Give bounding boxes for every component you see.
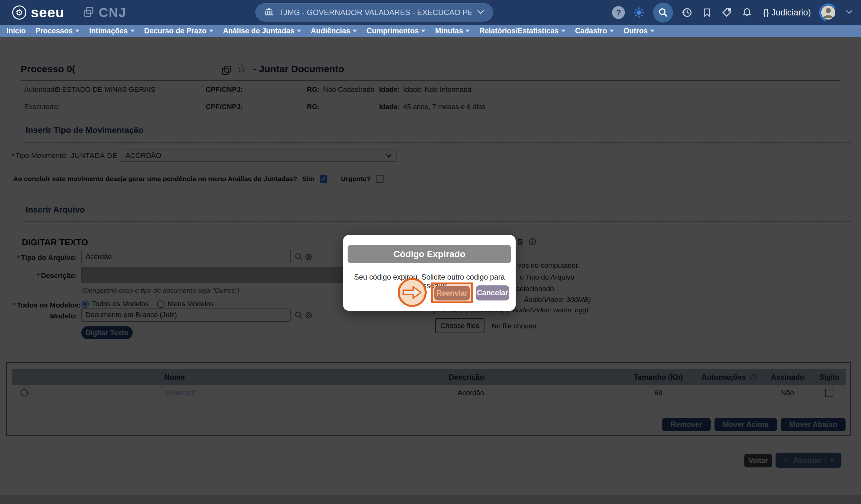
nav-processos[interactable]: Processos <box>35 27 79 35</box>
info-icon[interactable] <box>749 373 757 381</box>
files-table-container: Nome Descrição Tamanho (Kb) Automações A… <box>6 362 851 436</box>
header-divider <box>74 5 74 20</box>
nav-cadastro[interactable]: Cadastro <box>575 27 614 35</box>
pendencia-question-row: Ao concluir este movimento deseja gerar … <box>13 175 384 183</box>
header-bar: ⚙ seeu CNJ TJMG - GOVERNADOR VALADARES -… <box>0 0 861 25</box>
user-role-label: {} Judiciario) <box>763 8 811 18</box>
brand-name: seeu <box>31 4 64 20</box>
pendencia-question: Ao concluir este movimento deseja gerar … <box>13 175 297 183</box>
seeu-logo[interactable]: ⚙ seeu <box>12 4 64 20</box>
sim-checkbox[interactable]: ✓ <box>320 175 327 183</box>
descricao-column-header: Descrição <box>312 369 621 385</box>
tag-icon[interactable] <box>721 7 733 18</box>
nav-decurso-de-prazo[interactable]: Decurso de Prazo <box>144 27 213 35</box>
nav-relatorios-estatisticas[interactable]: Relatórios/Estatísticas <box>479 27 565 35</box>
caret-down-icon <box>75 29 79 32</box>
section-heading-movimentacao: Inserir Tipo de Movimentação <box>26 125 144 135</box>
modelo-label: Modelo: <box>13 312 77 320</box>
copy-process-number-icon[interactable] <box>221 65 232 77</box>
caret-down-icon <box>650 29 654 32</box>
urgente-checkbox[interactable] <box>376 175 384 183</box>
remover-button[interactable]: Remover <box>662 418 710 431</box>
caret-down-icon <box>465 29 470 32</box>
rg-field: RG: <box>307 103 323 111</box>
table-header-row: Nome Descrição Tamanho (Kb) Automações A… <box>12 369 846 385</box>
file-link[interactable]: online.pdf <box>164 389 195 397</box>
todos-modelos-option-label: Todos os Modelos <box>92 300 149 308</box>
todos-modelos-radio[interactable] <box>81 300 89 308</box>
assinar-label: Assinar <box>793 456 821 465</box>
table-row: online.pdf Acórdão 68 Não <box>12 385 846 401</box>
bookmark-icon[interactable] <box>701 7 713 18</box>
dialog-title-bar: Código Expirado <box>347 245 511 263</box>
file-sigilo-cell <box>812 385 846 401</box>
search-lookup-icon[interactable] <box>294 311 303 320</box>
modelo-input[interactable] <box>81 308 291 322</box>
tipo-movimento-prefix: JUNTADA DE <box>71 152 117 160</box>
assinar-button[interactable]: ✎ Assinar <box>776 453 842 468</box>
nav-intimacoes[interactable]: Intimações <box>89 27 134 35</box>
nav-minutas[interactable]: Minutas <box>435 27 470 35</box>
clear-field-icon[interactable]: ⊗ <box>304 309 313 321</box>
digitar-texto-heading: DIGITAR TEXTO <box>22 238 88 248</box>
row-select-cell <box>12 385 37 401</box>
cnj-label: CNJ <box>99 5 126 20</box>
nav-cumprimentos[interactable]: Cumprimentos <box>367 27 425 35</box>
tipo-arquivo-input[interactable] <box>81 250 291 263</box>
voltar-button[interactable]: Voltar <box>744 454 772 467</box>
meus-modelos-option-label: Meus Modelos <box>168 300 214 308</box>
info-icon[interactable] <box>528 238 536 247</box>
caret-down-icon[interactable] <box>830 459 834 462</box>
digitar-texto-button[interactable]: Digitar Texto <box>81 326 133 339</box>
search-icon[interactable] <box>653 3 673 23</box>
bell-icon[interactable] <box>741 7 753 18</box>
pen-icon: ✎ <box>783 456 789 465</box>
page-title: Processo 0( <box>20 64 75 74</box>
title-divider <box>20 80 840 81</box>
nav-outros[interactable]: Outros <box>624 27 654 35</box>
codigo-expirado-dialog: Código Expirado Seu código expirou. Soli… <box>343 235 516 311</box>
rg-field: RG: Não Cadastrado <box>307 85 374 94</box>
tipo-arquivo-label: *Tipo do Arquivo: <box>13 254 77 262</box>
court-selector-dropdown[interactable]: TJMG - GOVERNADOR VALADARES - EXECUCAO P… <box>256 3 493 22</box>
autoridade-value: O ESTADO DE MINAS GERAIS <box>55 85 155 94</box>
chevron-down-icon[interactable] <box>846 10 853 15</box>
upload-heading-fragment: S <box>517 237 523 247</box>
upload-size-limit-line: Áudio/Vídeo: 300MB) <box>524 296 591 304</box>
tipo-movimento-select[interactable]: ACÓRDÃO <box>121 150 396 162</box>
help-icon[interactable]: ? <box>612 6 625 19</box>
main-nav: Início Processos Intimações Decurso de P… <box>0 25 861 37</box>
modelos-label: *Todos os Modelos: <box>13 301 77 309</box>
theme-brightness-icon[interactable] <box>633 7 645 18</box>
file-descricao-cell: Acórdão <box>312 385 621 401</box>
sim-label: Sim <box>302 175 315 183</box>
mover-acima-button[interactable]: Mover Acima <box>714 418 777 431</box>
sigilo-checkbox[interactable] <box>825 389 833 397</box>
files-table: Nome Descrição Tamanho (Kb) Automações A… <box>12 369 846 401</box>
search-lookup-icon[interactable] <box>294 252 303 261</box>
caret-down-icon <box>131 29 135 32</box>
tipo-movimento-label: *Tipo Movimento: <box>12 152 67 160</box>
modelos-radio-group: Todos os Modelos Meus Modelos <box>81 300 214 308</box>
descricao-label: *Descrição: <box>13 271 77 280</box>
history-icon[interactable] <box>681 7 693 18</box>
avatar[interactable] <box>819 3 837 22</box>
tamanho-column-header: Tamanho (Kb) <box>621 369 696 385</box>
file-tamanho-cell: 68 <box>621 385 696 401</box>
executado-label: Executado: <box>24 103 59 111</box>
nav-audiencias[interactable]: Audiências <box>311 27 357 35</box>
favorite-star-icon[interactable]: ☆ <box>236 62 247 75</box>
clear-field-icon[interactable]: ⊗ <box>304 251 313 262</box>
row-select-radio[interactable] <box>20 389 28 396</box>
descricao-hint: (Obrigatório caso o tipo do documento se… <box>81 287 240 294</box>
meus-modelos-radio[interactable] <box>157 300 164 308</box>
nav-inicio[interactable]: Início <box>6 27 26 35</box>
mover-abaixo-button[interactable]: Mover Abaixo <box>781 418 846 431</box>
sigilo-column-header: Sigilo <box>812 369 846 385</box>
right-arrow-icon <box>402 285 422 300</box>
file-name-cell: online.pdf <box>37 385 312 401</box>
cancelar-button[interactable]: Cancelar <box>476 285 509 300</box>
tipo-movimento-row: *Tipo Movimento: JUNTADA DE ACÓRDÃO <box>12 150 396 162</box>
choose-files-button[interactable]: Choose files <box>435 318 484 333</box>
nav-analise-de-juntadas[interactable]: Análise de Juntadas <box>223 27 301 35</box>
